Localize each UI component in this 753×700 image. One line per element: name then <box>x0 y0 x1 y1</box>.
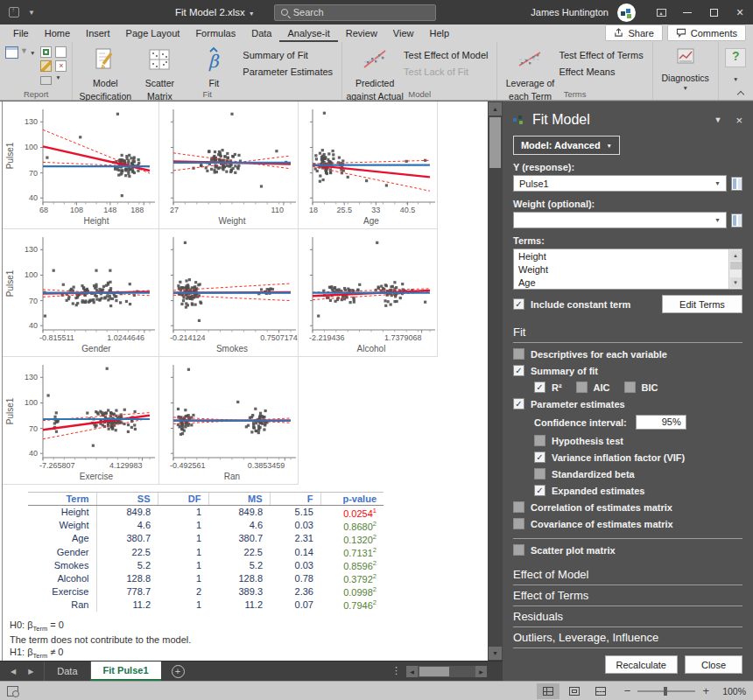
column-picker-icon[interactable] <box>731 214 742 228</box>
terms-listbox[interactable]: HeightWeightAge ▲ ▼ <box>513 248 742 290</box>
print-report-icon[interactable] <box>40 76 52 85</box>
new-report-icon[interactable] <box>5 46 18 59</box>
summary-of-fit-button[interactable]: Summary of Fit <box>243 50 333 60</box>
normal-view-icon[interactable] <box>537 683 559 699</box>
tab-data[interactable]: Data <box>243 25 279 42</box>
recalculate-button[interactable]: Recalculate <box>605 655 678 674</box>
user-avatar[interactable] <box>617 4 636 22</box>
expanded-estimates-checkbox[interactable]: ✓ <box>534 485 545 496</box>
accessibility-status-icon[interactable] <box>7 686 18 696</box>
scatter-plot-matrix-checkbox[interactable] <box>513 544 524 556</box>
tab-page-layout[interactable]: Page Layout <box>118 25 188 42</box>
tab-view[interactable]: View <box>385 25 422 42</box>
page-break-view-icon[interactable] <box>589 683 612 699</box>
terms-list-item-age[interactable]: Age <box>514 276 728 290</box>
new-sheet-button[interactable]: + <box>172 665 185 678</box>
section-header-residuals[interactable]: Residuals <box>513 606 742 627</box>
hscroll-right-icon[interactable]: ▶ <box>475 666 487 677</box>
section-header-effect-of-model[interactable]: Effect of Model <box>513 564 742 585</box>
sheet-nav-left-icon[interactable]: ◀ <box>11 668 16 676</box>
confidence-interval-input[interactable]: 95% <box>636 415 686 430</box>
parameter-estimates-checkbox[interactable]: ✓ <box>513 398 524 410</box>
sheet-tab-data[interactable]: Data <box>45 662 90 681</box>
tab-review[interactable]: Review <box>338 25 385 42</box>
section-header-outliers-leverage-influence[interactable]: Outliers, Leverage, Influence <box>513 627 742 648</box>
tab-insert[interactable]: Insert <box>78 25 118 42</box>
search-input[interactable]: Search <box>274 4 436 21</box>
pane-close-icon[interactable]: × <box>735 114 742 127</box>
include-constant-checkbox[interactable]: ✓ <box>513 298 524 310</box>
hscroll-left-icon[interactable]: ◀ <box>406 666 418 677</box>
minimize-button[interactable] <box>674 0 700 24</box>
sheet-tab-fit-pulse1[interactable]: Fit Pulse1 <box>91 662 161 681</box>
terms-scroll-thumb[interactable] <box>730 262 742 270</box>
parameter-estimates-button[interactable]: Parameter Estimates <box>243 66 333 77</box>
descriptives-for-each-variable-checkbox[interactable] <box>513 348 524 360</box>
aic-checkbox[interactable] <box>576 382 588 393</box>
tab-help[interactable]: Help <box>422 25 458 42</box>
help-button[interactable]: ? <box>725 48 746 67</box>
tabbar-kebab-icon[interactable]: ⋮ <box>391 665 401 676</box>
scroll-down-icon[interactable]: ▼ <box>730 277 742 288</box>
scroll-down-icon[interactable]: ▼ <box>489 647 502 660</box>
collapse-ribbon-icon[interactable] <box>737 89 744 96</box>
summary-of-fit-checkbox[interactable]: ✓ <box>513 365 524 376</box>
comments-button[interactable]: Comments <box>667 24 746 41</box>
zoom-slider[interactable] <box>637 690 695 692</box>
r²-checkbox[interactable]: ✓ <box>534 382 545 393</box>
zoom-slider-thumb[interactable] <box>664 687 667 696</box>
close-window-button[interactable]: × <box>727 0 753 24</box>
copy-report-icon[interactable] <box>55 46 67 58</box>
weight-select[interactable]: ▼ <box>513 212 727 228</box>
diagnostics-button[interactable]: Diagnostics▼ <box>658 45 713 91</box>
sheet-nav-right-icon[interactable]: ▶ <box>28 668 33 676</box>
effect-means-button[interactable]: Effect Means <box>559 66 643 77</box>
vertical-scroll-thumb[interactable] <box>489 117 501 168</box>
correlation-of-estimates-matrix-checkbox[interactable] <box>513 501 524 513</box>
page-layout-view-icon[interactable] <box>563 683 586 699</box>
fit-section-header[interactable]: Fit <box>513 326 742 343</box>
zoom-level[interactable]: 100% <box>718 686 746 696</box>
maximize-button[interactable] <box>700 0 727 24</box>
zoom-in-icon[interactable]: + <box>702 684 709 697</box>
variance-inflation-factor-vif--checkbox[interactable]: ✓ <box>534 452 545 463</box>
print-dropdown-icon[interactable]: ▼ <box>55 74 67 85</box>
terms-list-item-height[interactable]: Height <box>514 250 728 263</box>
standardized-beta-checkbox[interactable] <box>534 468 545 480</box>
hypothesis-test-checkbox[interactable] <box>534 435 545 446</box>
edit-report-icon[interactable] <box>40 60 52 72</box>
user-name[interactable]: James Huntington <box>531 7 609 18</box>
test-effect-of-model-button[interactable]: Test Effect of Model <box>404 50 488 60</box>
y-response-select[interactable]: Pulse1▼ <box>513 175 727 192</box>
model-advanced-button[interactable]: Model: Advanced▼ <box>513 136 620 155</box>
test-effect-of-terms-button[interactable]: Test Effect of Terms <box>559 50 643 60</box>
pane-menu-icon[interactable]: ▼ <box>714 116 721 124</box>
covariance-of-estimates-matrix-checkbox[interactable] <box>513 518 524 529</box>
tab-formulas[interactable]: Formulas <box>187 25 243 42</box>
tab-home[interactable]: Home <box>37 25 78 42</box>
terms-list-item-weight[interactable]: Weight <box>514 263 728 276</box>
autosave-icon[interactable] <box>9 7 19 18</box>
refresh-report-icon[interactable] <box>40 46 52 58</box>
chevron-down-icon[interactable]: ▼ <box>733 76 738 82</box>
tab-file[interactable]: File <box>5 25 37 42</box>
zoom-out-icon[interactable]: − <box>624 684 631 697</box>
report-dropdown-icon[interactable]: ▼ <box>30 50 35 56</box>
share-button[interactable]: Share <box>605 24 662 41</box>
column-picker-icon[interactable] <box>731 177 742 191</box>
terms-scrollbar[interactable]: ▲ ▼ <box>728 249 742 289</box>
delete-report-icon[interactable]: × <box>55 60 67 72</box>
tab-analyse-it[interactable]: Analyse-it <box>279 25 337 42</box>
report-filter-icon[interactable]: ▼ <box>20 46 28 55</box>
section-header-effect-of-terms[interactable]: Effect of Terms <box>513 585 742 606</box>
vertical-scrollbar[interactable]: ▲ ▼ <box>488 101 503 661</box>
fit-button[interactable]: βFit <box>186 45 241 89</box>
bic-checkbox[interactable] <box>624 382 636 393</box>
document-title[interactable]: Fit Model 2.xlsx▼ <box>175 7 255 18</box>
edit-terms-button[interactable]: Edit Terms <box>662 295 742 313</box>
horizontal-scrollbar[interactable]: ◀ ▶ <box>406 665 487 677</box>
scroll-up-icon[interactable]: ▲ <box>489 102 502 116</box>
quick-access-dropdown-icon[interactable]: ▼ <box>28 9 35 17</box>
horizontal-scroll-thumb[interactable] <box>419 667 449 676</box>
pane-close-button[interactable]: Close <box>685 655 742 674</box>
